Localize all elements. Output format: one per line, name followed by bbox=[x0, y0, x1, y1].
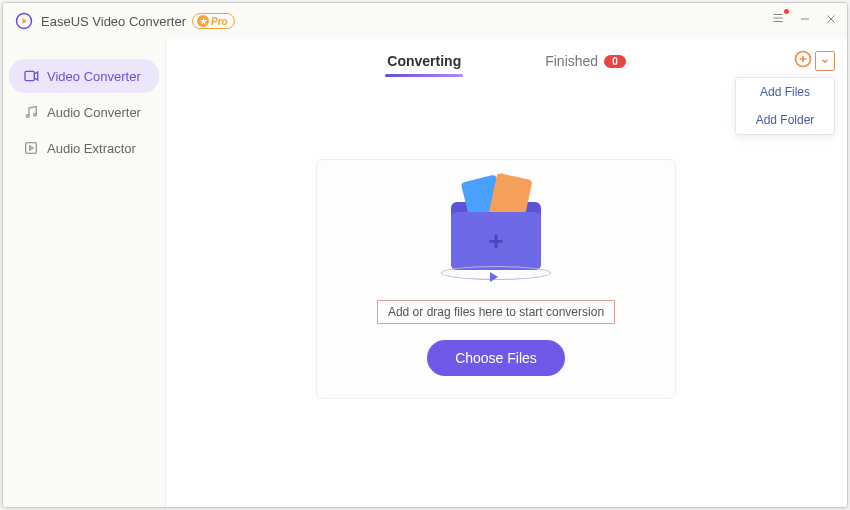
add-dropdown-menu: Add Files Add Folder bbox=[735, 77, 835, 135]
sidebar: Video Converter Audio Converter Audio Ex… bbox=[3, 39, 165, 507]
sidebar-item-audio-extractor[interactable]: Audio Extractor bbox=[9, 131, 159, 165]
sidebar-item-audio-converter[interactable]: Audio Converter bbox=[9, 95, 159, 129]
sidebar-item-video-converter[interactable]: Video Converter bbox=[9, 59, 159, 93]
dropdown-item-add-files[interactable]: Add Files bbox=[736, 78, 834, 106]
titlebar-controls bbox=[771, 11, 837, 28]
dropzone-hint: Add or drag files here to start conversi… bbox=[377, 300, 615, 324]
dropdown-item-add-folder[interactable]: Add Folder bbox=[736, 106, 834, 134]
menu-icon[interactable] bbox=[771, 11, 785, 28]
svg-point-8 bbox=[26, 115, 29, 118]
svg-point-9 bbox=[34, 113, 37, 116]
folder-illustration-icon: + bbox=[426, 172, 566, 292]
tab-converting[interactable]: Converting bbox=[385, 43, 463, 79]
add-button[interactable] bbox=[793, 49, 813, 73]
minimize-button[interactable] bbox=[799, 12, 811, 28]
tab-label: Converting bbox=[387, 53, 461, 69]
tab-finished[interactable]: Finished 0 bbox=[543, 43, 627, 79]
star-icon: ★ bbox=[197, 15, 209, 27]
svg-rect-10 bbox=[26, 143, 37, 154]
tab-label: Finished bbox=[545, 53, 598, 69]
svg-rect-7 bbox=[25, 71, 34, 80]
body: Video Converter Audio Converter Audio Ex… bbox=[3, 39, 847, 507]
dropzone[interactable]: + Add or drag files here to start conver… bbox=[316, 159, 676, 399]
notification-dot-icon bbox=[784, 9, 789, 14]
sidebar-item-label: Audio Extractor bbox=[47, 141, 136, 156]
close-button[interactable] bbox=[825, 12, 837, 28]
pro-label: Pro bbox=[211, 16, 228, 27]
main-panel: Converting Finished 0 Add Files Ad bbox=[165, 39, 847, 507]
sidebar-item-label: Video Converter bbox=[47, 69, 141, 84]
finished-count-badge: 0 bbox=[604, 55, 626, 68]
add-dropdown-toggle[interactable] bbox=[815, 51, 835, 71]
app-logo-icon bbox=[15, 12, 33, 30]
video-icon bbox=[23, 68, 39, 84]
pro-badge: ★ Pro bbox=[192, 13, 235, 29]
audio-icon bbox=[23, 104, 39, 120]
app-window: EaseUS Video Converter ★ Pro Vide bbox=[2, 2, 848, 508]
choose-files-button[interactable]: Choose Files bbox=[427, 340, 565, 376]
extract-icon bbox=[23, 140, 39, 156]
app-title: EaseUS Video Converter bbox=[41, 14, 186, 29]
tabs: Converting Finished 0 Add Files Ad bbox=[166, 39, 847, 83]
sidebar-item-label: Audio Converter bbox=[47, 105, 141, 120]
titlebar: EaseUS Video Converter ★ Pro bbox=[3, 3, 847, 39]
add-controls bbox=[793, 49, 835, 73]
